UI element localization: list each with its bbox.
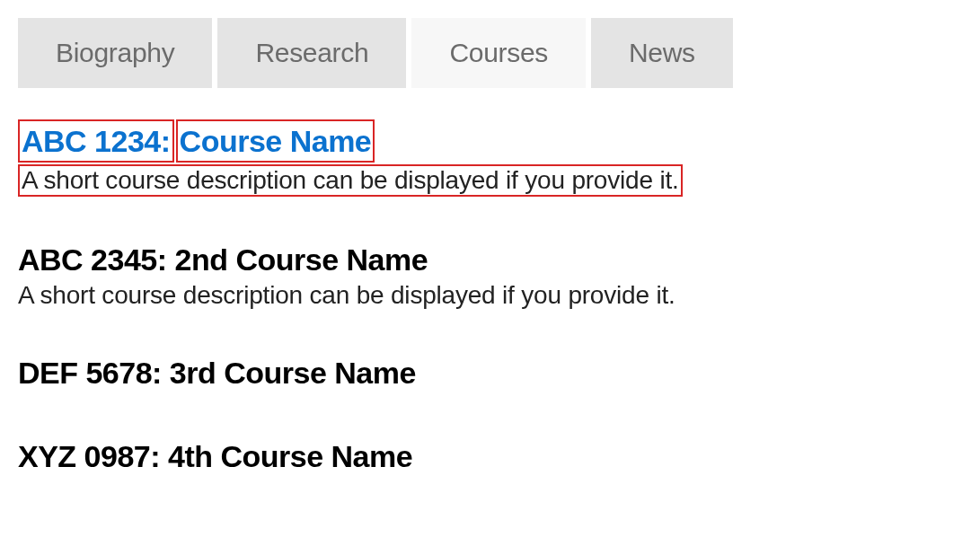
tab-bar: Biography Research Courses News [18,18,962,88]
tab-biography[interactable]: Biography [18,18,212,88]
course-title-link[interactable]: ABC 1234:Course Name [18,119,962,163]
course-title: ABC 2345: 2nd Course Name [18,240,962,279]
course-item: XYZ 0987: 4th Course Name [18,436,962,476]
course-item: ABC 1234:Course Name A short course desc… [18,119,962,197]
course-name: 3rd Course Name [170,353,416,392]
course-code: DEF 5678: [18,353,162,392]
course-code: XYZ 0987: [18,436,160,476]
course-name: 2nd Course Name [175,240,428,279]
tab-research[interactable]: Research [217,18,406,88]
course-code: ABC 2345: [18,240,167,279]
course-code: ABC 1234: [18,119,174,163]
course-description: A short course description can be displa… [18,164,683,197]
tab-news[interactable]: News [591,18,733,88]
course-title: XYZ 0987: 4th Course Name [18,436,962,476]
course-list: ABC 1234:Course Name A short course desc… [18,119,962,476]
course-item: ABC 2345: 2nd Course Name A short course… [18,240,962,310]
course-name: 4th Course Name [168,436,412,476]
tab-courses[interactable]: Courses [411,18,586,88]
course-title: DEF 5678: 3rd Course Name [18,353,962,392]
course-item: DEF 5678: 3rd Course Name [18,353,962,392]
course-name: Course Name [176,119,375,163]
course-description: A short course description can be displa… [18,281,962,310]
